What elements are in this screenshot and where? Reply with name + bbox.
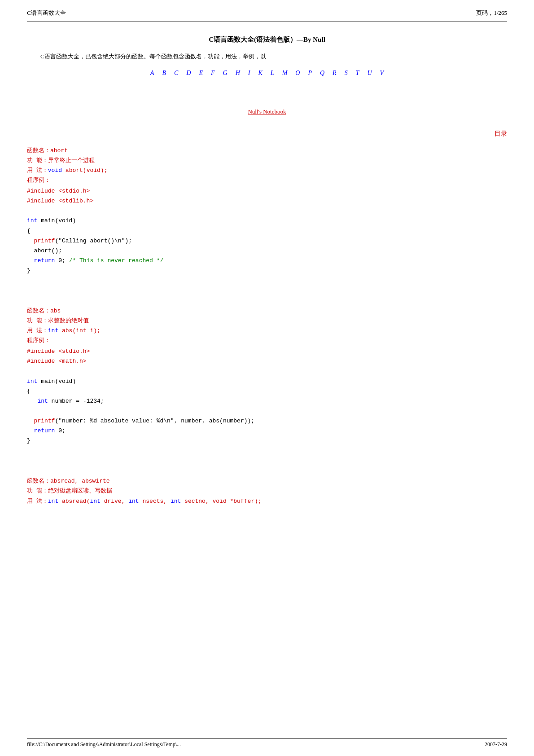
func-abs-usage-kw: int: [48, 327, 58, 334]
doc-description: C语言函数大全，已包含绝大部分的函数。每个函数包含函数名，功能，用法，举例，以: [40, 52, 507, 62]
func-abort-usage-rest: abort(void);: [62, 167, 107, 174]
abort-open-brace: {: [27, 228, 31, 234]
func-absread-usage-kw2: int: [90, 498, 100, 505]
nav-A[interactable]: A: [150, 70, 154, 77]
func-absread: 函数名：absread, abswirte 功 能：绝对磁盘扇区读、写数据 用 …: [27, 476, 507, 506]
bottom-date: 2007-7-29: [485, 741, 507, 748]
bottom-path: file://C:\Documents and Settings\Adminis…: [27, 741, 181, 748]
abs-main-sig: main(void): [37, 378, 76, 385]
nav-D[interactable]: D: [186, 70, 191, 77]
spacer1: [27, 90, 507, 108]
nav-O[interactable]: O: [295, 70, 300, 77]
func-abs-func: 求整数的绝对值: [48, 317, 89, 324]
func-absread-usage-kw1: int: [48, 498, 58, 505]
abs-printf-indent: [27, 418, 34, 424]
nav-M[interactable]: M: [282, 70, 288, 77]
abort-printf-indent: [27, 237, 34, 244]
abort-include1: #include <stdio.h>: [27, 188, 90, 194]
abs-printf-args: ("number: %d absolute value: %d\n", numb…: [55, 418, 254, 424]
func-abs-usage-label: 用 法：: [27, 327, 48, 334]
abs-return-indent: [27, 427, 34, 434]
nav-B[interactable]: B: [162, 70, 166, 77]
nav-I[interactable]: I: [248, 70, 250, 77]
func-abs-name-label: 函数名：: [27, 308, 50, 314]
notebook-link[interactable]: Null's Notebook: [248, 108, 286, 115]
func-abort-example-label: 程序例：: [27, 177, 50, 184]
func-absread-usage-kw3: int: [128, 498, 139, 505]
abs-open-brace: {: [27, 388, 31, 395]
notebook-link-container: Null's Notebook: [27, 108, 507, 115]
spacer4: [27, 458, 507, 476]
abort-include2: #include <stdlib.h>: [27, 198, 93, 204]
abort-printf: printf: [34, 237, 55, 244]
func-absread-usage-fn: absread(: [58, 498, 90, 505]
header-divider: [27, 22, 507, 22]
abort-main-sig: main(void): [37, 217, 76, 224]
nav-U[interactable]: U: [367, 70, 372, 77]
nav-S[interactable]: S: [345, 70, 348, 77]
abort-comment: /* This is never reached */: [69, 257, 164, 264]
func-absread-meta: 函数名：absread, abswirte 功 能：绝对磁盘扇区读、写数据 用 …: [27, 476, 507, 506]
func-absread-usage-p2: nsects,: [139, 498, 171, 505]
alpha-navigation: A B C D E F G H I K L M O P Q R S T U V: [27, 70, 507, 77]
abort-return-indent: [27, 257, 34, 264]
nav-H[interactable]: H: [236, 70, 240, 77]
abs-close-brace: }: [27, 437, 31, 444]
func-absread-name-label: 函数名：: [27, 478, 50, 484]
abs-kw-int: int: [27, 378, 37, 385]
toc-link-container: 目录: [27, 130, 507, 138]
bottom-bar: file://C:\Documents and Settings\Adminis…: [27, 738, 507, 748]
func-abs-code: #include <stdio.h> #include <math.h> int…: [27, 347, 507, 446]
header-title: C语言函数大全: [27, 9, 66, 17]
func-abort-name-label: 函数名：: [27, 147, 50, 154]
nav-R[interactable]: R: [333, 70, 337, 77]
func-abs-meta: 函数名：abs 功 能：求整数的绝对值 用 法：int abs(int i); …: [27, 306, 507, 346]
abs-return-val: 0;: [55, 427, 65, 434]
func-abort-func-label: 功 能：: [27, 157, 48, 164]
func-abort-code: #include <stdio.h> #include <stdlib.h> i…: [27, 186, 507, 276]
nav-L[interactable]: L: [271, 70, 274, 77]
func-absread-usage-label: 用 法：: [27, 498, 48, 505]
func-abort-usage-label: 用 法：: [27, 167, 48, 174]
toc-link[interactable]: 目录: [495, 130, 507, 137]
func-abort: 函数名：abort 功 能：异常终止一个进程 用 法：void abort(vo…: [27, 146, 507, 276]
abs-include2: #include <math.h>: [27, 358, 87, 365]
nav-K[interactable]: K: [258, 70, 262, 77]
func-abs-usage-rest: abs(int i);: [58, 327, 101, 334]
func-absread-usage-p1: drive,: [101, 498, 128, 505]
abort-printf-args: ("Calling abort()\n");: [55, 237, 132, 244]
page-header: C语言函数大全 页码，1/265: [27, 9, 507, 17]
func-abs: 函数名：abs 功 能：求整数的绝对值 用 法：int abs(int i); …: [27, 306, 507, 446]
func-abs-example-label: 程序例：: [27, 337, 50, 344]
func-absread-func: 绝对磁盘扇区读、写数据: [48, 488, 112, 494]
abs-return-kw: return: [34, 427, 55, 434]
doc-title: C语言函数大全(语法着色版）—By Null: [27, 35, 507, 44]
func-abs-name: abs: [50, 308, 61, 314]
nav-F[interactable]: F: [211, 70, 215, 77]
nav-Q[interactable]: Q: [320, 70, 324, 77]
spacer3: [27, 288, 507, 306]
func-abs-func-label: 功 能：: [27, 317, 48, 324]
func-absread-usage-p3: sectno, void *buffer);: [181, 498, 261, 505]
abort-abort-call: abort();: [27, 247, 62, 254]
func-abort-meta: 函数名：abort 功 能：异常终止一个进程 用 法：void abort(vo…: [27, 146, 507, 185]
func-abort-name: abort: [50, 147, 68, 154]
func-abort-func: 异常终止一个进程: [48, 157, 95, 164]
spacer2: [27, 121, 507, 130]
header-page: 页码，1/265: [476, 9, 507, 17]
abort-return-val: 0;: [55, 257, 69, 264]
nav-C[interactable]: C: [174, 70, 178, 77]
abort-return-kw: return: [34, 257, 55, 264]
func-absread-name: absread, abswirte: [50, 478, 110, 484]
abs-include1: #include <stdio.h>: [27, 348, 90, 355]
abs-printf: printf: [34, 418, 55, 424]
nav-T[interactable]: T: [356, 70, 359, 77]
abort-kw-int: int: [27, 217, 37, 224]
nav-P[interactable]: P: [308, 70, 312, 77]
func-abort-usage-kw: void: [48, 167, 62, 174]
nav-V[interactable]: V: [380, 70, 384, 77]
abs-number-decl: number = -1234;: [48, 398, 104, 404]
nav-E[interactable]: E: [199, 70, 203, 77]
nav-G[interactable]: G: [223, 70, 228, 77]
func-absread-usage-kw4: int: [171, 498, 181, 505]
